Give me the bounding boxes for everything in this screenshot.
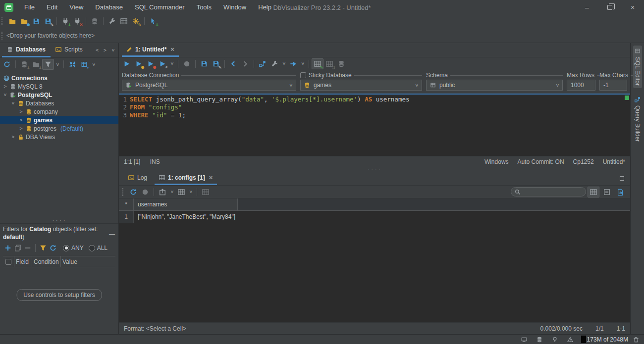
close-tab-icon[interactable]: × — [170, 46, 174, 53]
new-object-button[interactable]: + — [147, 16, 159, 27]
results-in-tab-button[interactable]: ❏ — [323, 58, 335, 69]
collapse-all-button[interactable] — [66, 59, 78, 70]
chevron-right-icon[interactable]: > — [10, 134, 16, 140]
continue-on-error-button[interactable] — [287, 58, 299, 69]
row-number[interactable]: 1 — [119, 211, 134, 223]
radio-any[interactable]: ANY — [63, 245, 84, 251]
maximize-panel-icon[interactable] — [620, 176, 624, 181]
close-tab-icon[interactable]: × — [209, 174, 213, 181]
menu-view[interactable]: View — [63, 0, 89, 15]
chevron-right-icon[interactable]: > — [18, 109, 24, 114]
grid-column-usernames[interactable]: usernames — [134, 198, 238, 210]
save-sql-as-button[interactable]: ✎ — [210, 58, 222, 69]
tree-item-connections[interactable]: Connections — [0, 74, 118, 82]
tab-scroll-right-icon[interactable]: > — [104, 48, 107, 53]
chevron-right-icon[interactable]: > — [18, 117, 24, 123]
sql-editor[interactable]: 1 SELECT jsonb_path_query_array("data", … — [119, 94, 630, 156]
collapse-filters-icon[interactable]: — — [109, 231, 115, 238]
execute-buffer-button[interactable]: ● — [145, 58, 157, 69]
tab-sql-editor[interactable]: SQL Editor — [633, 46, 642, 88]
line-ending[interactable]: Windows — [484, 158, 509, 165]
maximize-button[interactable] — [598, 0, 621, 15]
rerun-query-button[interactable] — [127, 187, 139, 197]
grid-corner-header[interactable]: * — [119, 198, 134, 210]
radio-all[interactable]: ALL — [89, 245, 107, 251]
save-as-button[interactable]: ✎ — [42, 16, 54, 27]
max-chars-input[interactable]: -1 — [599, 80, 627, 91]
cell-usernames-1[interactable]: ["Ninjohn", "JaneTheBest", "Mary84"] — [134, 211, 235, 223]
visual-query-button[interactable] — [257, 58, 268, 69]
apply-filter-button[interactable] — [38, 243, 48, 253]
history-forward-button[interactable] — [239, 58, 251, 69]
tree-item-databases[interactable]: > Databases — [0, 99, 118, 107]
tree-item-postgres[interactable]: > postgres (Default) — [0, 124, 118, 133]
tree-item-games[interactable]: > games — [0, 116, 118, 124]
filter-col-condition[interactable]: Condition — [32, 256, 60, 267]
tree-item-company[interactable]: > company — [0, 107, 118, 116]
garbage-collect-icon[interactable] — [632, 334, 641, 344]
minimize-button[interactable]: – — [576, 0, 598, 15]
results-splitter[interactable]: ···· — [119, 167, 630, 171]
favorites-bar[interactable]: <Drop your favorite objects here> — [0, 28, 644, 43]
tool-properties-button[interactable] — [106, 16, 118, 27]
menu-sql-commander[interactable]: SQL Commander — [129, 0, 191, 15]
format-sql-button[interactable] — [268, 58, 280, 69]
export-dropdown-icon[interactable]: > — [169, 190, 175, 193]
filter-col-value[interactable]: Value — [60, 256, 115, 267]
tab-configs-result[interactable]: 1: configs [1] × — [155, 171, 217, 185]
filter-col-field[interactable]: Field — [14, 256, 32, 267]
toolbar-drag-handle[interactable] — [1, 17, 4, 25]
menu-tools[interactable]: Tools — [191, 0, 217, 15]
execute-explain-button[interactable]: ⌕ — [157, 58, 168, 69]
sticky-database-checkbox[interactable] — [300, 72, 306, 78]
connection-properties-button[interactable]: ✎ — [130, 16, 142, 27]
close-button[interactable]: × — [621, 0, 644, 15]
format-dropdown-icon[interactable]: > — [281, 62, 287, 65]
execute-button[interactable] — [121, 58, 133, 69]
chevron-down-icon[interactable]: > — [10, 100, 16, 106]
add-filter-button[interactable] — [3, 243, 13, 253]
chevron-down-icon[interactable]: > — [2, 92, 8, 98]
execute-current-button[interactable]: ● — [133, 58, 145, 69]
grid-search-input[interactable] — [511, 187, 586, 197]
tab-databases[interactable]: Databases — [2, 43, 51, 57]
schema-select[interactable]: public > — [426, 80, 563, 91]
open-recent-button[interactable]: ● — [18, 16, 30, 27]
setup-filters-button[interactable]: Use controls to setup filters — [16, 289, 102, 301]
pin-status-icon[interactable] — [550, 334, 559, 344]
export-result-button[interactable] — [157, 187, 168, 197]
tab-log[interactable]: Log — [124, 171, 152, 185]
auto-commit[interactable]: Auto Commit: ON — [518, 158, 564, 165]
save-sql-button[interactable] — [198, 58, 210, 69]
create-folder-button[interactable]: + — [30, 59, 42, 70]
favorites-drag-handle[interactable] — [1, 32, 4, 40]
stop-button[interactable] — [181, 58, 193, 69]
database-objects-button[interactable] — [89, 16, 101, 27]
locate-in-tree-button[interactable]: ⌕ — [78, 59, 90, 70]
alerts-status-icon[interactable] — [566, 334, 575, 344]
stop-result-button[interactable] — [139, 187, 151, 197]
menu-window[interactable]: Window — [217, 0, 252, 15]
tab-untitled-editor[interactable]: 1: Untitled* × — [122, 43, 179, 57]
open-file-button[interactable] — [6, 16, 18, 27]
editor-results-layout-button[interactable]: ✎ — [312, 58, 323, 69]
tab-query-builder[interactable]: Query Builder — [633, 94, 642, 144]
remove-filter-button[interactable] — [23, 243, 33, 253]
history-back-button[interactable] — [227, 58, 239, 69]
refresh-filter-button[interactable] — [48, 243, 58, 253]
copy-filter-button[interactable] — [13, 243, 23, 253]
refresh-tree-button[interactable] — [1, 59, 13, 70]
grid-view-button[interactable] — [588, 187, 599, 197]
disconnect-button[interactable]: × — [71, 16, 83, 27]
save-button[interactable] — [30, 16, 42, 27]
connections-status-icon[interactable] — [535, 334, 544, 344]
results-toolbar-drag-handle[interactable] — [122, 188, 125, 196]
filter-dropdown-icon[interactable]: > — [55, 63, 60, 66]
encoding[interactable]: Cp1252 — [573, 158, 594, 165]
tree-item-mysql8[interactable]: > MySQL 8 — [0, 82, 118, 91]
grid-options-dropdown-icon[interactable]: > — [188, 190, 194, 193]
connect-button[interactable]: + — [59, 16, 71, 27]
tree-item-dba-views[interactable]: > DBA Views — [0, 133, 118, 141]
results-in-window-button[interactable] — [335, 58, 347, 69]
chevron-right-icon[interactable]: > — [2, 84, 8, 89]
